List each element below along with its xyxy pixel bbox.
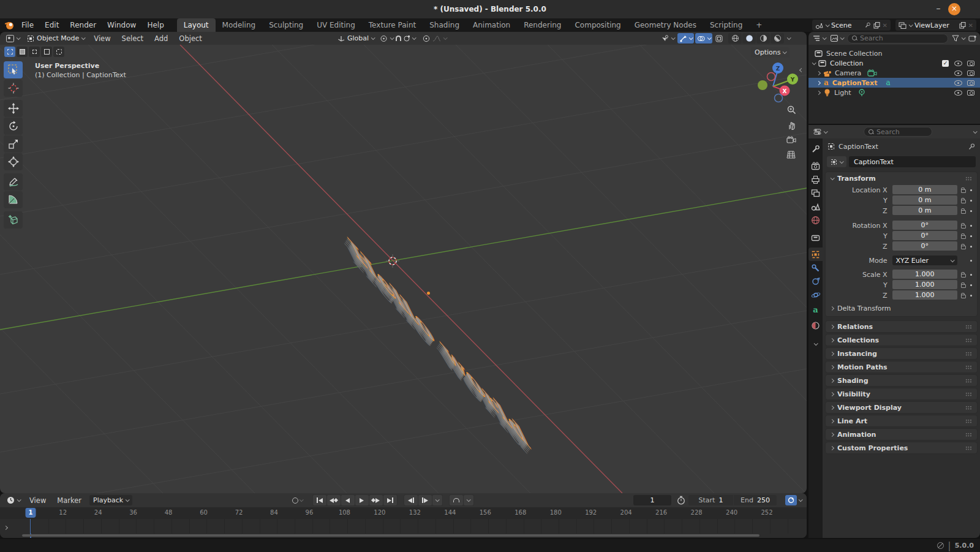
magnet-icon[interactable]: [396, 36, 401, 41]
panel-drag-handle[interactable]: [965, 379, 972, 383]
properties-search[interactable]: [864, 127, 932, 137]
loop-playback-button[interactable]: [450, 495, 463, 505]
tab-collection[interactable]: [809, 230, 823, 244]
render-visibility-icon[interactable]: [967, 90, 974, 96]
timeline-menu-marker[interactable]: Marker: [51, 494, 87, 507]
options-button[interactable]: Options: [751, 47, 790, 58]
outliner-row-camera[interactable]: Camera: [809, 68, 980, 78]
panel-shading[interactable]: Shading: [825, 374, 978, 387]
select-invert-button[interactable]: [41, 47, 52, 57]
panel-line-art[interactable]: Line Art: [825, 415, 978, 427]
properties-search-input[interactable]: [876, 128, 925, 136]
render-visibility-icon[interactable]: [967, 61, 974, 66]
tab-sculpting[interactable]: Sculpting: [262, 18, 310, 32]
outliner-display-mode[interactable]: [812, 33, 827, 43]
keying-dropdown-chevron[interactable]: [799, 497, 803, 502]
show-object-types-button[interactable]: [659, 33, 676, 43]
shading-dropdown-chevron[interactable]: [787, 36, 791, 40]
scale-y-field[interactable]: 1.000: [892, 280, 958, 289]
pan-view-button[interactable]: [786, 120, 797, 130]
mode-selector[interactable]: Object Mode: [23, 33, 88, 43]
scale-z-field[interactable]: 1.000: [892, 290, 958, 300]
timeline-editor-selector[interactable]: [3, 495, 24, 505]
lock-icon[interactable]: [961, 200, 966, 203]
panel-motion-paths[interactable]: Motion Paths: [825, 361, 978, 373]
unlink-scene-icon[interactable]: ✕: [883, 22, 888, 29]
next-keyframe-button[interactable]: [369, 495, 383, 505]
panel-animation[interactable]: Animation: [825, 428, 978, 440]
location-x-field[interactable]: 0 m: [892, 185, 958, 194]
properties-tabs-overflow-chevron[interactable]: [809, 337, 823, 350]
properties-options-chevron[interactable]: [973, 129, 978, 134]
tool-cursor[interactable]: [4, 80, 23, 97]
close-button[interactable]: ×: [948, 3, 960, 15]
menu-file[interactable]: File: [16, 18, 39, 32]
shading-wireframe-button[interactable]: [728, 33, 742, 43]
tool-annotate[interactable]: [4, 173, 23, 191]
expand-icon[interactable]: [816, 70, 821, 75]
animate-dot[interactable]: [970, 274, 972, 276]
tool-select-box[interactable]: [4, 61, 23, 78]
frame-forward-button[interactable]: [418, 495, 432, 505]
outliner-search[interactable]: [847, 34, 948, 43]
menu-render[interactable]: Render: [64, 18, 102, 32]
tool-move[interactable]: [4, 100, 23, 117]
start-frame-field[interactable]: Start1: [688, 495, 733, 505]
panel-instancing[interactable]: Instancing: [825, 347, 978, 360]
zoom-view-button[interactable]: [786, 105, 797, 115]
expand-icon[interactable]: [816, 80, 821, 85]
tool-rotate[interactable]: [4, 118, 23, 135]
pin-icon[interactable]: [968, 143, 975, 150]
viewport-menu-select[interactable]: Select: [116, 32, 149, 45]
navigation-gizmo[interactable]: Z Y X: [755, 60, 799, 105]
rotation-mode-dropdown[interactable]: XYZ Euler: [892, 255, 958, 265]
tab-tool[interactable]: [809, 142, 823, 156]
viewport-menu-object[interactable]: Object: [173, 32, 207, 45]
outliner-row-scene-collection[interactable]: Scene Collection: [809, 48, 980, 58]
select-intersect-button[interactable]: [53, 47, 64, 57]
animate-dot[interactable]: [970, 235, 972, 237]
scale-x-field[interactable]: 1.000: [892, 270, 958, 279]
outliner-search-input[interactable]: [860, 34, 909, 42]
lock-icon[interactable]: [961, 274, 966, 278]
expand-icon[interactable]: [812, 61, 816, 65]
pin-icon[interactable]: [865, 22, 871, 28]
tab-material[interactable]: [809, 319, 823, 332]
tab-compositing[interactable]: Compositing: [568, 18, 627, 32]
panel-collections[interactable]: Collections: [825, 334, 978, 346]
outliner-row-collection[interactable]: Collection: [809, 58, 980, 68]
show-gizmo-button[interactable]: [677, 33, 694, 43]
transform-orientation-selector[interactable]: Global: [334, 33, 378, 43]
tool-add-primitive[interactable]: [4, 211, 23, 229]
location-z-field[interactable]: 0 m: [892, 206, 958, 215]
lock-icon[interactable]: [961, 225, 966, 229]
tab-modeling[interactable]: Modeling: [216, 18, 263, 32]
panel-visibility[interactable]: Visibility: [825, 388, 978, 400]
proportional-editing-controls[interactable]: [423, 35, 447, 42]
panel-drag-handle[interactable]: [965, 433, 972, 437]
tab-animation[interactable]: Animation: [466, 18, 517, 32]
panel-drag-handle[interactable]: [965, 365, 972, 369]
object-name-field[interactable]: CaptionText: [849, 156, 976, 167]
select-extend-button[interactable]: [17, 47, 28, 57]
viewlayer-selector[interactable]: ViewLayer ✕: [895, 20, 976, 31]
keying-set-button[interactable]: [785, 495, 797, 505]
outliner-filter-type[interactable]: [829, 33, 845, 43]
lock-icon[interactable]: [961, 235, 966, 239]
frame-jump-dropdown[interactable]: [432, 495, 442, 505]
timeline-scrollbar[interactable]: [22, 534, 760, 537]
tab-layout[interactable]: Layout: [177, 18, 216, 32]
expand-icon[interactable]: [816, 90, 821, 94]
snap-controls[interactable]: [396, 35, 415, 42]
tab-uv-editing[interactable]: UV Editing: [310, 18, 362, 32]
toggle-xray-button[interactable]: [714, 33, 725, 43]
timeline-ruler[interactable]: 1 12243648607284961081201321441561681801…: [0, 507, 807, 519]
pivot-point-selector[interactable]: [376, 33, 397, 43]
lock-icon[interactable]: [961, 189, 966, 193]
tab-data[interactable]: a: [809, 303, 823, 316]
animate-dot[interactable]: [970, 200, 972, 202]
tool-transform[interactable]: [4, 153, 23, 170]
animate-dot[interactable]: [970, 295, 972, 297]
render-visibility-icon[interactable]: [967, 70, 974, 76]
hide-eye-icon[interactable]: [954, 80, 962, 86]
